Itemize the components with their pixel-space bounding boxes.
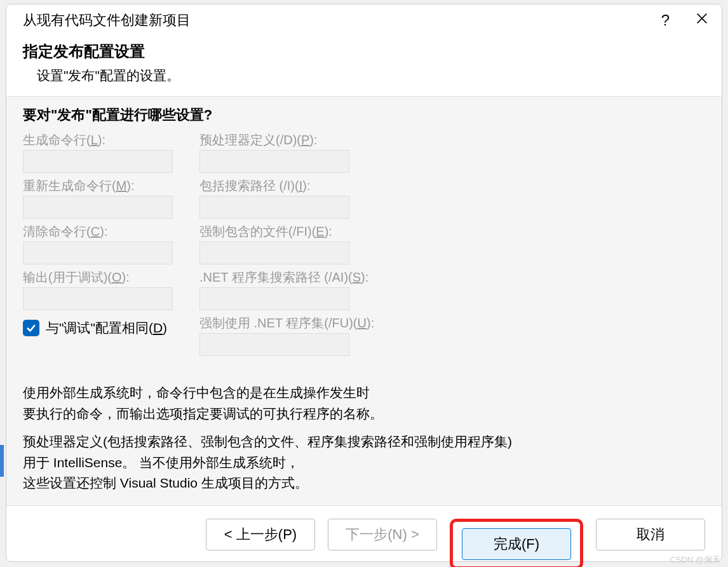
page-subtitle: 设置"发布"配置的设置。 (23, 67, 705, 85)
output-input[interactable] (23, 287, 173, 310)
output-label: 输出(用于调试)(O): (23, 268, 194, 286)
force-include-field: 强制包含的文件(/FI)(E): (199, 222, 428, 264)
net-search-input[interactable] (199, 287, 349, 310)
help-line-1: 使用外部生成系统时，命令行中包含的是在生成操作发生时 (23, 383, 705, 404)
build-cmd-field: 生成命令行(L): (23, 131, 194, 173)
finish-highlight: 完成(F) (450, 519, 583, 567)
same-as-debug-field: 与"调试"配置相同(D) (23, 314, 194, 356)
build-cmd-input[interactable] (23, 150, 173, 173)
rebuild-cmd-label: 重新生成命令行(M): (23, 177, 194, 195)
clean-cmd-input[interactable] (23, 242, 173, 264)
left-edge-decoration (0, 445, 4, 477)
title-bar-controls: ? (661, 11, 709, 29)
same-as-debug-row[interactable]: 与"调试"配置相同(D) (23, 319, 194, 337)
same-as-debug-label: 与"调试"配置相同(D) (46, 319, 167, 337)
clean-cmd-field: 清除命令行(C): (23, 222, 194, 264)
same-as-debug-checkbox[interactable] (23, 320, 39, 336)
question-label: 要对"发布"配置进行哪些设置? (23, 106, 705, 125)
watermark: CSDN @俐禾 (670, 554, 720, 566)
net-search-field: .NET 程序集搜索路径 (/AI)(S): (199, 268, 428, 310)
finish-button[interactable]: 完成(F) (462, 528, 571, 560)
help-line-5: 这些设置还控制 Visual Studio 生成项目的方式。 (23, 473, 705, 494)
preproc-label: 预处理器定义(/D)(P): (199, 131, 428, 149)
rebuild-cmd-field: 重新生成命令行(M): (23, 177, 194, 219)
help-line-4: 用于 IntelliSense。 当不使用外部生成系统时， (23, 453, 705, 474)
net-force-label: 强制使用 .NET 程序集(/FU)(U): (199, 314, 428, 332)
include-path-label: 包括搜索路径 (/I)(I): (199, 177, 428, 195)
next-button[interactable]: 下一步(N) > (328, 519, 437, 550)
cancel-button[interactable]: 取消 (596, 519, 705, 550)
dialog-title: 从现有代码文件创建新项目 (23, 11, 191, 30)
rebuild-cmd-input[interactable] (23, 196, 173, 219)
button-bar: < 上一步(P) 下一步(N) > 完成(F) 取消 (6, 506, 722, 567)
include-path-input[interactable] (199, 196, 349, 219)
back-button[interactable]: < 上一步(P) (206, 519, 315, 550)
output-field: 输出(用于调试)(O): (23, 268, 194, 310)
title-bar: 从现有代码文件创建新项目 ? (6, 4, 722, 34)
net-search-label: .NET 程序集搜索路径 (/AI)(S): (199, 268, 428, 286)
clean-cmd-label: 清除命令行(C): (23, 222, 194, 240)
net-force-field: 强制使用 .NET 程序集(/FU)(U): (199, 314, 428, 356)
force-include-label: 强制包含的文件(/FI)(E): (199, 222, 428, 240)
net-force-input[interactable] (199, 333, 349, 356)
include-path-field: 包括搜索路径 (/I)(I): (199, 177, 428, 219)
form-grid: 生成命令行(L): 预处理器定义(/D)(P): 重新生成命令行(M): 包括搜… (23, 131, 705, 360)
help-icon[interactable]: ? (661, 11, 670, 29)
preproc-field: 预处理器定义(/D)(P): (199, 131, 428, 173)
help-text: 使用外部生成系统时，命令行中包含的是在生成操作发生时 要执行的命令，而输出选项指… (23, 383, 705, 494)
help-line-3: 预处理器定义(包括搜索路径、强制包含的文件、程序集搜索路径和强制使用程序集) (23, 432, 705, 453)
content-section: 要对"发布"配置进行哪些设置? 生成命令行(L): 预处理器定义(/D)(P):… (6, 96, 722, 506)
preproc-input[interactable] (199, 150, 349, 173)
page-title: 指定发布配置设置 (23, 40, 705, 63)
build-cmd-label: 生成命令行(L): (23, 131, 194, 149)
wizard-dialog: 从现有代码文件创建新项目 ? 指定发布配置设置 设置"发布"配置的设置。 要对"… (6, 4, 722, 562)
force-include-input[interactable] (199, 242, 349, 264)
close-icon[interactable] (695, 11, 709, 29)
header-section: 指定发布配置设置 设置"发布"配置的设置。 (6, 34, 722, 96)
help-line-2: 要执行的命令，而输出选项指定要调试的可执行程序的名称。 (23, 404, 705, 425)
